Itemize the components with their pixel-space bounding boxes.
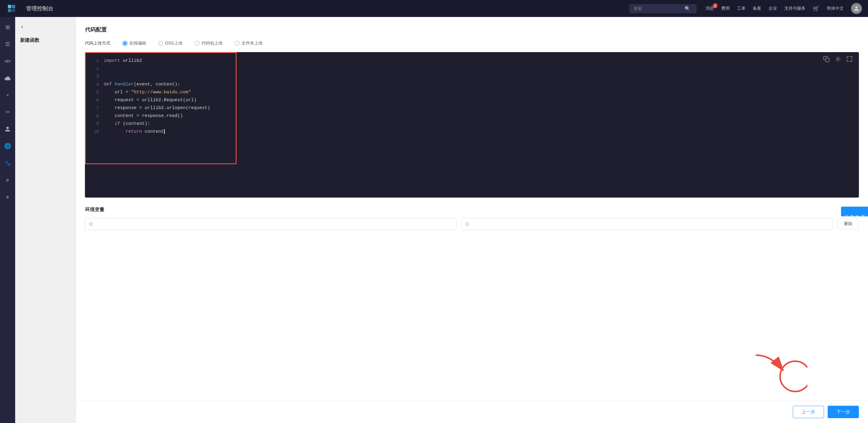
sidebar-user-icon[interactable] [2, 124, 13, 134]
app-title: 管理控制台 [26, 5, 53, 12]
radio-folder[interactable]: 文件夹上传 [235, 41, 262, 46]
nav-links: 消息 2 费用 工单 备案 企业 支持与服务 🛒 简体中文 [706, 3, 862, 14]
secondary-sidebar: ‹ 新建函数 [15, 17, 76, 423]
code-content[interactable]: 1 import urllib2 2 3 4 def handler(event… [85, 52, 859, 140]
code-line-3: 3 [85, 73, 859, 80]
svg-rect-3 [12, 9, 15, 12]
code-line-9: 9 if (content): [85, 120, 859, 128]
messages-badge: 2 [713, 3, 718, 8]
sidebar-cloud-icon[interactable] [2, 73, 13, 84]
upload-method-row: 代码上传方式 在线编辑 OSS上传 代码包上传 文件夹上传 [85, 41, 859, 46]
radio-package[interactable]: 代码包上传 [195, 41, 223, 46]
upload-method-label: 代码上传方式 [85, 41, 111, 46]
nav-language[interactable]: 简体中文 [827, 6, 844, 11]
svg-rect-1 [12, 5, 15, 8]
nav-enterprise[interactable]: 企业 [769, 6, 777, 11]
main-content: 代码配置 代码上传方式 在线编辑 OSS上传 代码包上传 文件夹上传 [76, 17, 868, 423]
right-float-button[interactable]: 咨询建议 [841, 207, 868, 216]
left-sidebar: ⊞ ☰ </> ✂ 🌐 🐾 ● ● [0, 17, 15, 423]
settings-icon[interactable] [835, 56, 841, 64]
code-line-10: 10 return content [85, 128, 859, 136]
code-line-2: 2 [85, 65, 859, 73]
svg-rect-6 [826, 58, 829, 62]
sidebar-circle1-icon[interactable]: ● [2, 174, 13, 186]
code-line-7: 7 response = urllib2.urlopen(request) [85, 104, 859, 112]
env-key-input[interactable] [85, 218, 457, 230]
back-button[interactable]: ‹ [20, 22, 71, 31]
code-line-6: 6 request = urllib2.Request(url) [85, 96, 859, 104]
code-line-4: 4 def handler(event, context): [85, 80, 859, 89]
radio-oss-circle [158, 41, 163, 46]
env-value-input[interactable] [461, 218, 833, 230]
svg-rect-2 [8, 9, 11, 12]
svg-point-7 [837, 58, 839, 60]
nav-cart[interactable]: 🛒 [813, 5, 819, 12]
page-title: 代码配置 [85, 26, 859, 33]
nav-ticket[interactable]: 工单 [737, 6, 745, 11]
editor-toolbar [823, 56, 853, 64]
nav-icp[interactable]: 备案 [753, 6, 761, 11]
prev-button[interactable]: 上一步 [793, 406, 824, 418]
sidebar-globe-icon[interactable]: 🌐 [2, 140, 13, 152]
radio-online-circle [123, 41, 127, 46]
copy-icon[interactable] [823, 56, 830, 64]
env-title: 环境变量 [85, 207, 859, 213]
arrow-annotation [747, 352, 807, 394]
code-line-5: 5 url = "http://www.baidu.com" [85, 89, 859, 96]
sidebar-title: 新建函数 [20, 37, 71, 44]
nav-billing[interactable]: 费用 [721, 6, 730, 11]
nav-support[interactable]: 支持与服务 [784, 6, 806, 11]
search-bar[interactable]: 🔍 [630, 4, 696, 13]
sidebar-list-icon[interactable]: ☰ [2, 39, 13, 50]
sidebar-grid-icon[interactable]: ⊞ [2, 22, 13, 33]
sidebar-download-icon[interactable] [2, 90, 13, 101]
svg-point-5 [6, 127, 9, 129]
top-navigation: 管理控制台 🔍 消息 2 费用 工单 备案 企业 支持与服务 🛒 简体中文 [0, 0, 868, 17]
next-button[interactable]: 下一步 [828, 406, 859, 418]
fullscreen-icon[interactable] [846, 56, 853, 64]
code-line-8: 8 content = response.read() [85, 112, 859, 120]
sidebar-circle2-icon[interactable]: ● [2, 192, 13, 202]
sidebar-scissors-icon[interactable]: ✂ [2, 107, 13, 118]
user-avatar[interactable] [851, 3, 862, 14]
radio-online[interactable]: 在线编辑 [123, 41, 146, 46]
delete-button[interactable]: 删除 [838, 219, 859, 229]
nav-messages[interactable]: 消息 2 [706, 6, 714, 11]
sidebar-code-icon[interactable]: </> [2, 56, 13, 67]
search-input[interactable] [633, 6, 682, 11]
radio-oss[interactable]: OSS上传 [158, 41, 183, 46]
env-row: 删除 [85, 218, 859, 230]
svg-point-4 [855, 6, 858, 8]
code-editor[interactable]: 1 import urllib2 2 3 4 def handler(event… [85, 52, 859, 198]
bottom-actions: 上一步 下一步 [76, 400, 868, 423]
svg-point-8 [780, 361, 807, 391]
sidebar-cookie-icon[interactable]: 🐾 [2, 158, 13, 168]
radio-folder-circle [235, 41, 240, 46]
search-icon[interactable]: 🔍 [684, 6, 690, 11]
env-section: 环境变量 删除 [85, 207, 859, 230]
code-line-1: 1 import urllib2 [85, 57, 859, 65]
svg-rect-0 [8, 5, 11, 8]
radio-package-circle [195, 41, 199, 46]
logo-icon[interactable] [6, 3, 17, 14]
